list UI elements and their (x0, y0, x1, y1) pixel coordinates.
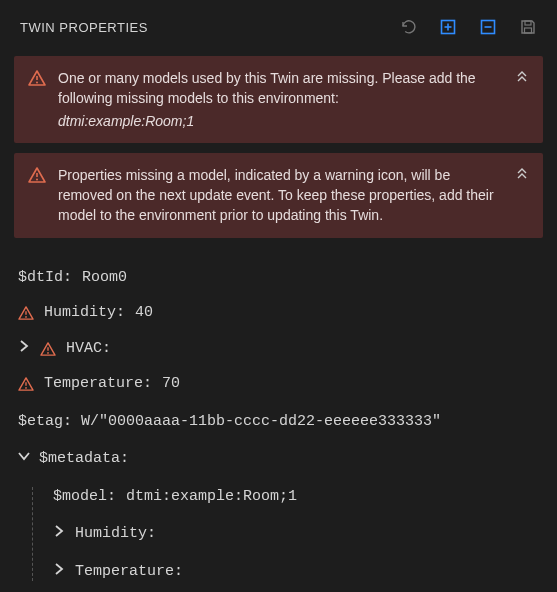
expand-toggle[interactable] (18, 339, 30, 359)
property-value: dtmi:example:Room;1 (126, 487, 297, 507)
metadata-header[interactable]: $metadata: (18, 449, 539, 469)
property-value: 40 (135, 303, 153, 323)
banner-message: One or many models used by this Twin are… (58, 70, 476, 106)
property-label: Temperature: (75, 562, 183, 582)
property-value: 70 (162, 374, 180, 394)
banner-text: Properties missing a model, indicated by… (58, 165, 503, 226)
svg-point-12 (25, 316, 27, 318)
properties-list: $dtId: Room0 Humidity: 40 HVAC: (0, 248, 557, 592)
property-dtid[interactable]: $dtId: Room0 (18, 268, 539, 288)
property-value: Room0 (82, 268, 127, 288)
property-label: Humidity: (75, 524, 156, 544)
expand-toggle[interactable] (53, 524, 65, 544)
panel-header: TWIN PROPERTIES (0, 0, 557, 52)
warning-icon (40, 342, 56, 356)
chevron-right-icon (53, 563, 65, 575)
banner-message: Properties missing a model, indicated by… (58, 167, 494, 224)
undo-icon (399, 18, 417, 36)
banner-collapse-button[interactable] (515, 165, 529, 184)
property-label: Humidity: (44, 303, 125, 323)
property-hvac[interactable]: HVAC: (18, 339, 539, 359)
property-humidity[interactable]: Humidity: 40 (18, 303, 539, 323)
metadata-temperature[interactable]: Temperature: (53, 562, 539, 582)
panel-title: TWIN PROPERTIES (20, 20, 148, 35)
expand-all-button[interactable] (435, 14, 461, 40)
banner-text: One or many models used by this Twin are… (58, 68, 503, 131)
metadata-label: $metadata: (39, 449, 129, 469)
expand-toggle[interactable] (18, 449, 30, 469)
warning-icon (18, 377, 34, 391)
property-label: $dtId: (18, 268, 72, 288)
property-value: W/"0000aaaa-11bb-cccc-dd22-eeeeee333333" (81, 413, 441, 430)
expand-all-icon (438, 17, 458, 37)
chevron-down-icon (18, 450, 30, 462)
metadata-humidity[interactable]: Humidity: (53, 524, 539, 544)
warning-icon (18, 306, 34, 320)
metadata-model[interactable]: $model: dtmi:example:Room;1 (53, 487, 539, 507)
banner-collapse-button[interactable] (515, 68, 529, 87)
missing-properties-banner: Properties missing a model, indicated by… (14, 153, 543, 238)
svg-point-14 (47, 352, 49, 354)
property-label: HVAC: (66, 339, 111, 359)
undo-button[interactable] (395, 14, 421, 40)
warning-icon (28, 165, 46, 186)
chevron-double-up-icon (515, 70, 529, 84)
svg-point-16 (25, 387, 27, 389)
chevron-double-up-icon (515, 167, 529, 181)
chevron-right-icon (53, 525, 65, 537)
svg-point-8 (36, 82, 38, 84)
property-etag[interactable]: $etag: W/"0000aaaa-11bb-cccc-dd22-eeeeee… (18, 412, 539, 432)
metadata-body: $model: dtmi:example:Room;1 Humidity: Te… (32, 487, 539, 582)
save-icon (519, 18, 537, 36)
collapse-all-icon (478, 17, 498, 37)
svg-point-10 (36, 178, 38, 180)
save-button[interactable] (515, 14, 541, 40)
property-label: $etag: (18, 413, 72, 430)
missing-model-id: dtmi:example:Room;1 (58, 111, 503, 131)
collapse-all-button[interactable] (475, 14, 501, 40)
expand-toggle[interactable] (53, 562, 65, 582)
metadata-section: $metadata: $model: dtmi:example:Room;1 H… (18, 449, 539, 581)
missing-models-banner: One or many models used by this Twin are… (14, 56, 543, 143)
property-label: Temperature: (44, 374, 152, 394)
svg-rect-6 (525, 28, 532, 33)
warning-icon (28, 68, 46, 89)
property-temperature[interactable]: Temperature: 70 (18, 374, 539, 394)
chevron-right-icon (18, 340, 30, 352)
toolbar (395, 14, 541, 40)
property-label: $model: (53, 487, 116, 507)
